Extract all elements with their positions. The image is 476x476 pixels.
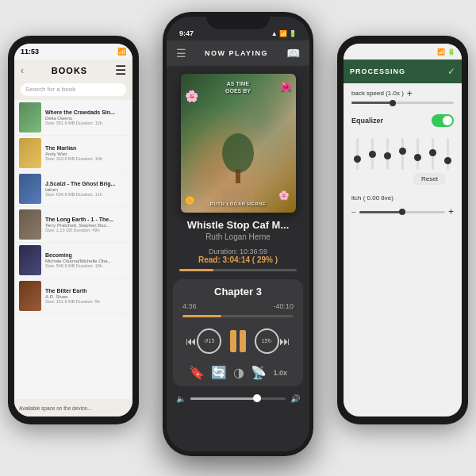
book-cover-thumb bbox=[19, 245, 41, 275]
pause-bar-right bbox=[240, 330, 246, 352]
eq-slider-6[interactable] bbox=[432, 138, 434, 170]
chapter-progress-fill bbox=[182, 315, 221, 317]
skip-back-button[interactable]: ⏮ bbox=[186, 335, 197, 347]
pitch-label-row: itch ( 0.00 8ve) bbox=[344, 191, 462, 205]
pause-button[interactable] bbox=[221, 324, 255, 359]
eq-slider-5[interactable] bbox=[416, 138, 419, 170]
reset-button[interactable]: Reset bbox=[413, 173, 446, 185]
volume-high-icon: 🔊 bbox=[290, 394, 300, 403]
time-elapsed: 4:36 bbox=[182, 302, 197, 310]
back-icon[interactable]: ‹ bbox=[21, 65, 24, 76]
volume-slider[interactable] bbox=[190, 397, 286, 400]
duration-info: Duration: 10:36:59 Read: 3:04:14 ( 29% ) bbox=[167, 244, 309, 266]
pause-bar-left bbox=[230, 330, 236, 352]
eq-thumb-3 bbox=[384, 152, 391, 159]
playback-speed-label: back speed (1.0x ) bbox=[351, 90, 404, 97]
eq-slider-2[interactable] bbox=[371, 138, 374, 170]
flower-decoration: 🌸 bbox=[185, 90, 198, 102]
refresh-icon[interactable]: 🔄 bbox=[211, 365, 227, 380]
filter-icon[interactable]: ☰ bbox=[115, 63, 126, 78]
book-title-text: Where the Crawdads Sin... bbox=[45, 109, 128, 116]
volume-row: 🔈 🔊 bbox=[167, 391, 309, 408]
pitch-plus-icon[interactable]: + bbox=[448, 206, 454, 217]
playback-speed-row: back speed (1.0x ) + bbox=[351, 88, 454, 99]
scene: 11:53 📶 ‹ BOOKS ☰ Search for a book Wher… bbox=[8, 12, 468, 464]
brightness-icon[interactable]: ◑ bbox=[233, 365, 244, 380]
eq-slider-3[interactable] bbox=[386, 138, 389, 170]
time-row: 4:36 -40:10 bbox=[182, 302, 294, 310]
eq-thumb-7 bbox=[444, 157, 451, 164]
eq-thumb-1 bbox=[354, 155, 361, 163]
right-phone: 📶 🔋 PROCESSING ✓ back speed (1.0x ) + bbox=[337, 36, 468, 424]
speed-slider[interactable] bbox=[351, 102, 454, 104]
speed-slider-row bbox=[351, 102, 454, 104]
notch bbox=[206, 12, 270, 29]
book-title-text: The Bitter Earth bbox=[45, 288, 128, 294]
cast-icon[interactable]: 📡 bbox=[251, 365, 267, 380]
left-status-icons: 📶 bbox=[117, 48, 126, 56]
book-list: Where the Crawdads Sin... Delia Owens Si… bbox=[14, 100, 132, 314]
eq-bar-4 bbox=[397, 138, 409, 170]
book-meta-text: Size: 313.8 MB Duration: 10h bbox=[45, 156, 128, 161]
flower-decoration: 🌺 bbox=[280, 82, 292, 93]
pitch-slider-row: − + bbox=[344, 206, 462, 217]
center-phone: 9:47 ▲ 📶 🔋 ☰ NOW PLAYING 📖 AS TIMEGOES B… bbox=[163, 12, 313, 456]
hamburger-icon[interactable]: ☰ bbox=[176, 47, 186, 60]
volume-thumb bbox=[253, 394, 261, 402]
speed-button[interactable]: 1.0x bbox=[273, 369, 287, 377]
book-title-text: The Long Earth - 1 - The... bbox=[45, 217, 128, 223]
book-meta-text: Size: 634.6 MB Duration: 11h bbox=[45, 192, 128, 197]
volume-fill bbox=[190, 397, 257, 400]
equalizer-toggle[interactable] bbox=[432, 114, 454, 127]
processing-title: PROCESSING bbox=[350, 67, 405, 75]
book-meta-text: Size: 1.13 GB Duration: 49h bbox=[45, 228, 128, 232]
chapter-progress-track[interactable] bbox=[182, 315, 294, 317]
book-main-title: Whistle Stop Caf M... bbox=[175, 219, 301, 231]
tree-illustration bbox=[214, 125, 262, 189]
rewind-15-button[interactable]: ↺15 bbox=[197, 328, 221, 354]
cover-author: RUTH LOGAN HERNE bbox=[181, 202, 296, 206]
now-playing-title: NOW PLAYING bbox=[195, 40, 278, 66]
rewind-label: ↺15 bbox=[204, 338, 215, 344]
eq-slider-1[interactable] bbox=[356, 138, 359, 170]
eq-thumb-6 bbox=[429, 149, 436, 156]
list-item[interactable]: The Martian Andy Weir Size: 313.8 MB Dur… bbox=[14, 136, 132, 171]
read-progress: Read: 3:04:14 ( 29% ) bbox=[167, 255, 309, 264]
book-info-section: Whistle Stop Caf M... Ruth Logan Herne bbox=[167, 213, 309, 244]
left-phone: 11:53 📶 ‹ BOOKS ☰ Search for a book Wher… bbox=[8, 36, 139, 424]
speed-slider-fill bbox=[351, 102, 393, 104]
speed-plus-icon[interactable]: + bbox=[407, 88, 413, 99]
eq-slider-7[interactable] bbox=[447, 138, 449, 170]
bookmark-icon[interactable]: 🔖 bbox=[189, 365, 205, 380]
pitch-minus-icon: − bbox=[351, 208, 356, 217]
overall-progress[interactable] bbox=[167, 266, 309, 274]
svg-point-0 bbox=[222, 133, 254, 173]
book-icon[interactable]: 📖 bbox=[286, 47, 300, 60]
eq-thumb-2 bbox=[369, 151, 376, 158]
list-item[interactable]: The Long Earth - 1 - The... Terry Pratch… bbox=[14, 207, 132, 243]
center-nav: ☰ NOW PLAYING 📖 bbox=[167, 40, 309, 66]
search-bar: Search for a book bbox=[14, 81, 132, 100]
pause-icon bbox=[230, 330, 246, 352]
duration-label: Duration: 10:36:59 bbox=[167, 248, 309, 255]
book-title-text: The Martian bbox=[45, 145, 128, 152]
footer-text: Available space on the device... bbox=[19, 405, 91, 411]
pitch-slider[interactable] bbox=[359, 211, 445, 213]
eq-bars bbox=[351, 130, 454, 170]
center-screen: 9:47 ▲ 📶 🔋 ☰ NOW PLAYING 📖 AS TIMEGOES B… bbox=[167, 17, 309, 451]
list-item[interactable]: J.Scalzi - The Ghost Brig... talium Size… bbox=[14, 171, 132, 207]
pitch-label: itch ( 0.00 8ve) bbox=[351, 194, 393, 202]
eq-slider-4[interactable] bbox=[401, 138, 404, 170]
checkmark-icon[interactable]: ✓ bbox=[447, 66, 455, 77]
list-item[interactable]: The Bitter Earth A.R. Shaw Size: 151.6 M… bbox=[14, 278, 132, 314]
flower-decoration: 🌸 bbox=[278, 190, 290, 201]
list-item[interactable]: Becoming Michele Obama/Michelle Oba... S… bbox=[14, 243, 132, 278]
left-status-bar: 11:53 📶 bbox=[14, 44, 132, 60]
list-item[interactable]: Where the Crawdads Sin... Delia Owens Si… bbox=[14, 100, 132, 136]
search-input[interactable]: Search for a book bbox=[21, 83, 126, 96]
time-remaining: -40:10 bbox=[273, 302, 294, 310]
left-time: 11:53 bbox=[21, 48, 39, 56]
skip-forward-button[interactable]: ⏭ bbox=[279, 335, 290, 347]
right-battery-icon: 🔋 bbox=[447, 48, 455, 56]
forward-15-button[interactable]: 15↻ bbox=[255, 328, 279, 354]
